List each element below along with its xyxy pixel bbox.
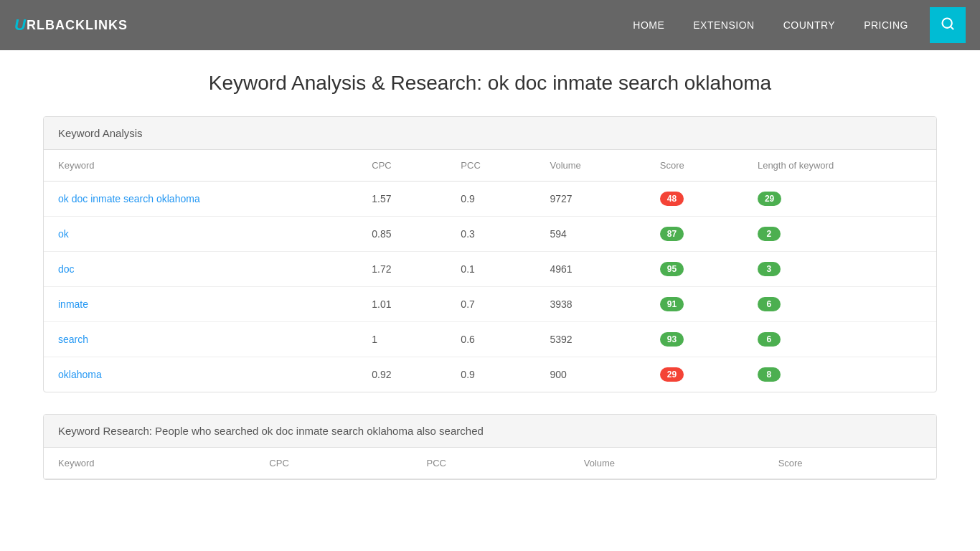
keyword-research-header: Keyword Research: People who searched ok… (44, 415, 936, 448)
length-cell: 29 (743, 182, 936, 217)
keyword-link[interactable]: ok (58, 228, 69, 240)
table-header-row: Keyword CPC PCC Volume Score Length of k… (44, 150, 936, 182)
cpc-cell: 0.92 (357, 357, 446, 392)
keyword-link[interactable]: doc (58, 263, 75, 275)
length-cell: 3 (743, 252, 936, 287)
score-cell: 87 (646, 217, 743, 252)
score-badge: 93 (660, 332, 684, 347)
col-score: Score (646, 150, 743, 182)
page-title: Keyword Analysis & Research: ok doc inma… (43, 72, 937, 95)
keyword-analysis-table: Keyword CPC PCC Volume Score Length of k… (44, 150, 936, 392)
score-badge: 48 (660, 192, 684, 206)
volume-cell: 594 (535, 217, 645, 252)
table-row: ok 0.85 0.3 594 87 2 (44, 217, 936, 252)
cpc-cell: 1.01 (357, 287, 446, 322)
cpc-cell: 0.85 (357, 217, 446, 252)
volume-cell: 4961 (535, 252, 645, 287)
keyword-link[interactable]: inmate (58, 298, 88, 310)
volume-cell: 900 (535, 357, 645, 392)
length-badge: 3 (758, 262, 781, 276)
keyword-cell: ok doc inmate search oklahoma (44, 182, 357, 217)
length-badge: 6 (758, 297, 781, 311)
research-header-row: Keyword CPC PCC Volume Score (44, 448, 936, 479)
keyword-link[interactable]: oklahoma (58, 369, 102, 380)
pcc-cell: 0.9 (446, 182, 535, 217)
length-badge: 8 (758, 367, 781, 382)
keyword-cell: oklahoma (44, 357, 357, 392)
search-icon (941, 17, 955, 34)
keyword-cell: inmate (44, 287, 357, 322)
keyword-link[interactable]: search (58, 334, 88, 345)
pcc-cell: 0.9 (446, 357, 535, 392)
length-cell: 6 (743, 287, 936, 322)
score-badge: 29 (660, 367, 684, 382)
keyword-cell: search (44, 322, 357, 357)
research-col-volume: Volume (570, 448, 764, 479)
score-cell: 93 (646, 322, 743, 357)
research-col-pcc: PCC (413, 448, 570, 479)
pcc-cell: 0.7 (446, 287, 535, 322)
cpc-cell: 1.57 (357, 182, 446, 217)
pcc-cell: 0.1 (446, 252, 535, 287)
nav-home[interactable]: HOME (633, 19, 664, 31)
nav-pricing[interactable]: PRICING (864, 19, 908, 31)
keyword-research-table: Keyword CPC PCC Volume Score (44, 448, 936, 479)
table-row: oklahoma 0.92 0.9 900 29 8 (44, 357, 936, 392)
research-col-score: Score (764, 448, 936, 479)
score-cell: 48 (646, 182, 743, 217)
keyword-analysis-card: Keyword Analysis Keyword CPC PCC Volume … (43, 116, 937, 392)
col-cpc: CPC (357, 150, 446, 182)
col-keyword: Keyword (44, 150, 357, 182)
navbar: U RLBACKLINKS HOME EXTENSION COUNTRY PRI… (0, 0, 980, 50)
score-badge: 87 (660, 227, 684, 241)
table-row: inmate 1.01 0.7 3938 91 6 (44, 287, 936, 322)
length-cell: 2 (743, 217, 936, 252)
col-length: Length of keyword (743, 150, 936, 182)
volume-cell: 3938 (535, 287, 645, 322)
col-pcc: PCC (446, 150, 535, 182)
keyword-link[interactable]: ok doc inmate search oklahoma (58, 193, 200, 204)
logo[interactable]: U RLBACKLINKS (14, 16, 128, 34)
length-badge: 29 (758, 192, 781, 206)
logo-u: U (14, 16, 27, 34)
keyword-cell: doc (44, 252, 357, 287)
pcc-cell: 0.6 (446, 322, 535, 357)
col-volume: Volume (535, 150, 645, 182)
keyword-research-card: Keyword Research: People who searched ok… (43, 414, 937, 480)
research-col-keyword: Keyword (44, 448, 255, 479)
logo-rest: RLBACKLINKS (27, 18, 128, 33)
svg-line-1 (951, 26, 953, 29)
cpc-cell: 1 (357, 322, 446, 357)
score-cell: 95 (646, 252, 743, 287)
length-cell: 6 (743, 322, 936, 357)
volume-cell: 9727 (535, 182, 645, 217)
score-badge: 95 (660, 262, 684, 276)
pcc-cell: 0.3 (446, 217, 535, 252)
research-col-cpc: CPC (255, 448, 412, 479)
table-row: ok doc inmate search oklahoma 1.57 0.9 9… (44, 182, 936, 217)
cpc-cell: 1.72 (357, 252, 446, 287)
keyword-cell: ok (44, 217, 357, 252)
length-badge: 2 (758, 227, 781, 241)
length-badge: 6 (758, 332, 781, 347)
table-row: doc 1.72 0.1 4961 95 3 (44, 252, 936, 287)
nav-links: HOME EXTENSION COUNTRY PRICING (633, 19, 908, 31)
score-cell: 91 (646, 287, 743, 322)
nav-extension[interactable]: EXTENSION (693, 19, 754, 31)
table-row: search 1 0.6 5392 93 6 (44, 322, 936, 357)
main-content: Keyword Analysis & Research: ok doc inma… (0, 50, 980, 523)
length-cell: 8 (743, 357, 936, 392)
search-button[interactable] (930, 7, 966, 43)
volume-cell: 5392 (535, 322, 645, 357)
keyword-analysis-header: Keyword Analysis (44, 117, 936, 150)
nav-country[interactable]: COUNTRY (783, 19, 835, 31)
score-cell: 29 (646, 357, 743, 392)
score-badge: 91 (660, 297, 684, 311)
